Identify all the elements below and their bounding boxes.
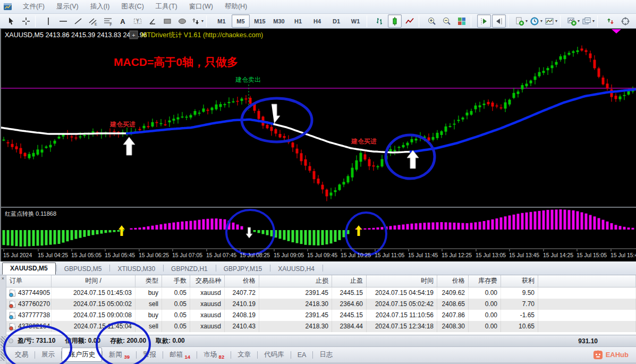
text-icon[interactable]: A bbox=[116, 14, 130, 28]
fibonacci-icon[interactable]: F bbox=[101, 14, 115, 28]
time-axis-label: 15 Jul 04:25 bbox=[38, 252, 68, 258]
chart-tab-xtiusd-m30[interactable]: XTIUSD,M30 bbox=[110, 264, 163, 275]
time-axis-label: 15 Jul 08:25 bbox=[240, 252, 270, 258]
hline-icon[interactable] bbox=[56, 14, 70, 28]
lots-cell: 0.05 bbox=[162, 321, 190, 332]
terminal-tab-7[interactable]: 市场 82 bbox=[197, 348, 231, 362]
chart-tab-xauusd-h4[interactable]: XAUUSD,H4 bbox=[270, 264, 322, 275]
vline-icon[interactable] bbox=[41, 14, 55, 28]
chart-tab-xauusd-m5[interactable]: XAUUSD,M5 bbox=[2, 263, 56, 275]
chart-tab-gbpjpy-m15[interactable]: GBPJPY,M15 bbox=[216, 264, 269, 275]
terminal-tab-8[interactable]: 文章 bbox=[231, 348, 257, 361]
period-icon[interactable]: ▾ bbox=[529, 14, 543, 28]
time-axis-label: 15 Jul 13:05 bbox=[476, 252, 506, 258]
chart-tab-gbpnzd-h1[interactable]: GBPNZD,H1 bbox=[164, 264, 215, 275]
label-icon[interactable]: T bbox=[131, 14, 145, 28]
column-header[interactable]: 交易品种 bbox=[190, 275, 225, 287]
profiles-icon[interactable]: ▾ bbox=[581, 14, 595, 28]
new-order-icon[interactable]: ▾ bbox=[514, 14, 528, 28]
menu-file[interactable]: 文件(F) bbox=[17, 3, 50, 10]
arrows-icon[interactable]: ▾ bbox=[190, 14, 204, 28]
terminal-tab-5[interactable]: 警报 bbox=[137, 348, 163, 361]
column-header[interactable] bbox=[538, 275, 636, 287]
dock-handle[interactable] bbox=[1, 349, 5, 361]
history-row[interactable]: 4378021642024.07.15 11:45:04sell0.05xauu… bbox=[6, 321, 636, 332]
close-time-cell: 2024.07.15 12:34:18 bbox=[367, 321, 437, 332]
tile-windows-icon[interactable] bbox=[455, 14, 469, 28]
toolbar-separator bbox=[597, 15, 598, 27]
trendline-icon[interactable] bbox=[71, 14, 85, 28]
column-header[interactable]: 止盈 bbox=[332, 275, 367, 287]
terminal-tab-9[interactable]: 代码库 bbox=[258, 348, 291, 361]
menu-window[interactable]: 窗口(W) bbox=[183, 3, 219, 10]
timeframe-m5-button[interactable]: M5 bbox=[232, 14, 250, 28]
timeframe-h1-button[interactable]: H1 bbox=[289, 14, 307, 28]
chart-tab-bar: XAUUSD,M5GBPUSD,M5XTIUSD,M30GBPNZD,H1GBP… bbox=[0, 261, 636, 275]
linechart-icon[interactable] bbox=[403, 14, 417, 28]
chart-window[interactable]: XAUUSD,M5 2413.86 2415.39 2413.83 2414.9… bbox=[0, 29, 636, 261]
ellipse-icon[interactable] bbox=[175, 14, 189, 28]
close-price-cell: 2408.30 bbox=[437, 321, 469, 332]
column-header[interactable]: 订单 bbox=[6, 275, 52, 287]
column-header[interactable]: 获利 bbox=[501, 275, 538, 287]
close-price-cell: 2408.65 bbox=[437, 299, 469, 310]
column-header[interactable]: 库存费 bbox=[469, 275, 501, 287]
terminal-tab-6[interactable]: 邮箱 14 bbox=[163, 348, 197, 362]
history-row[interactable]: 4377449052024.07.15 01:45:03buy0.05xauus… bbox=[6, 287, 636, 299]
zoom-out-icon[interactable] bbox=[440, 14, 454, 28]
indicators-icon[interactable]: ▾ bbox=[544, 14, 558, 28]
history-row[interactable]: 4377777382024.07.15 09:00:08buy0.05xauus… bbox=[6, 310, 636, 321]
timeframe-m1-button[interactable]: M1 bbox=[213, 14, 231, 28]
history-row[interactable]: 4377602702024.07.15 05:00:02sell0.05xauu… bbox=[6, 299, 636, 310]
symbol-cell: xauusd bbox=[190, 321, 225, 332]
menu-help[interactable]: 帮助(H) bbox=[219, 3, 253, 10]
empty-cell bbox=[538, 287, 636, 299]
timeframe-m30-button[interactable]: M30 bbox=[270, 14, 288, 28]
terminal-tab-2[interactable]: 展示 bbox=[35, 348, 61, 361]
column-header[interactable]: 时间 bbox=[367, 275, 437, 287]
updown-icon[interactable] bbox=[604, 14, 617, 28]
menu-insert[interactable]: 插入(I) bbox=[84, 3, 116, 10]
swap-cell: 0.00 bbox=[469, 287, 501, 299]
cursor-icon[interactable] bbox=[4, 14, 18, 28]
menu-tools[interactable]: 工具(T) bbox=[150, 3, 183, 10]
timeframe-m15-button[interactable]: M15 bbox=[251, 14, 269, 28]
terminal-tab-bar: 交易展示账户历史新闻 39警报邮箱 14市场 82文章代码库EA日志EAHub bbox=[0, 346, 636, 362]
crosshair-icon[interactable] bbox=[19, 14, 33, 28]
column-header[interactable]: 手数 bbox=[162, 275, 190, 287]
column-header[interactable]: 止损 bbox=[259, 275, 332, 287]
autoscroll-icon[interactable] bbox=[477, 14, 491, 28]
favorites-icon[interactable] bbox=[633, 14, 636, 28]
channel-icon[interactable]: E bbox=[86, 14, 100, 28]
time-axis-label: 15 Jul 13:45 bbox=[509, 252, 539, 258]
timeframe-d1-button[interactable]: D1 bbox=[327, 14, 345, 28]
terminal-tab-11[interactable]: 日志 bbox=[313, 348, 339, 361]
take-profit-cell: 2445.15 bbox=[332, 310, 367, 321]
chart-tab-gbpusd-m5[interactable]: GBPUSD,M5 bbox=[57, 264, 109, 275]
stop-loss-cell: 2418.30 bbox=[259, 321, 332, 332]
terminal-tab-1[interactable]: 交易 bbox=[9, 348, 35, 361]
terminal-tab-3[interactable]: 账户历史 bbox=[62, 348, 102, 362]
menu-charts[interactable]: 图表(C) bbox=[115, 3, 149, 10]
target-icon[interactable] bbox=[618, 14, 632, 28]
candlechart-icon[interactable] bbox=[388, 14, 402, 28]
terminal-tab-4[interactable]: 新闻 39 bbox=[103, 348, 136, 362]
barchart-icon[interactable] bbox=[373, 14, 387, 28]
column-header[interactable]: 类型 bbox=[135, 275, 162, 287]
chart-shift-icon[interactable] bbox=[492, 14, 506, 28]
terminal-close-icon[interactable]: × bbox=[0, 275, 6, 282]
column-header[interactable]: 价格 bbox=[437, 275, 469, 287]
menu-view[interactable]: 显示(V) bbox=[50, 3, 84, 10]
rectangle-icon[interactable] bbox=[160, 14, 174, 28]
zoom-in-icon[interactable] bbox=[425, 14, 439, 28]
add-chart-icon[interactable]: ▾ bbox=[566, 14, 580, 28]
price-chart[interactable]: XAUUSD,M5 2413.86 2415.39 2413.83 2414.9… bbox=[1, 29, 636, 261]
dock-handle[interactable] bbox=[1, 336, 5, 348]
column-header[interactable]: 时间 / bbox=[52, 275, 135, 287]
column-header[interactable]: 价格 bbox=[225, 275, 259, 287]
terminal-tab-10[interactable]: EA bbox=[291, 349, 313, 361]
timeframe-w1-button[interactable]: W1 bbox=[346, 14, 364, 28]
profit-cell: -1.65 bbox=[501, 310, 538, 321]
angle-icon[interactable] bbox=[146, 14, 159, 28]
timeframe-h4-button[interactable]: H4 bbox=[308, 14, 326, 28]
